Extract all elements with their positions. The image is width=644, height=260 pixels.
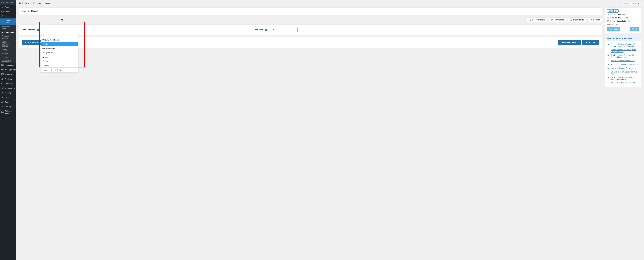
button-label: Documentation (532, 19, 545, 21)
feature-link[interactable]: Fix WooCommerce's (Json-Ld) Structured D… (611, 76, 639, 80)
merchant-search-input[interactable] (42, 33, 77, 37)
pages-icon (1, 15, 4, 17)
help-icon[interactable]: ? (37, 28, 39, 31)
purge-cache-button[interactable]: Purge Cache (607, 27, 620, 31)
preview-feed-button[interactable]: PREVIEW FEED (558, 40, 581, 45)
feature-link[interactable]: Exclude Tax From Structured Data Prices (611, 71, 639, 75)
sidebar-item-pages[interactable]: Pages (0, 14, 16, 18)
svg-rect-1 (2, 11, 4, 12)
svg-rect-7 (2, 69, 4, 70)
submenu-google-merchant[interactable]: Google Merchant Settings (0, 40, 16, 48)
sidebar-item-media[interactable]: Media (0, 9, 16, 14)
check-icon (607, 60, 609, 62)
merchant-option-google-review[interactable]: Google Review (41, 50, 78, 55)
visibility-value: Public (618, 17, 623, 19)
sidebar-item-marketing[interactable]: Marketing (0, 81, 16, 86)
dropdown-group-others: Others Cercavino Trovino Uvinum / Drinsk… (41, 55, 78, 72)
sidebar-item-plugins[interactable]: Plugins (0, 90, 16, 95)
select-value: XML (270, 29, 274, 31)
svg-point-2 (2, 11, 2, 12)
sidebar-item-product-feed[interactable]: Product Feed (0, 18, 16, 25)
archive-icon (1, 73, 4, 76)
filter-icon (570, 19, 572, 21)
feed-type-select[interactable]: XML (269, 27, 298, 32)
feed-title-input[interactable] (19, 8, 602, 15)
feature-item: Access to Combined Fields feature (607, 63, 639, 66)
dropdown-group-popular: Popular Merchants Vivino (41, 38, 78, 46)
button-label: Product Filter (573, 19, 584, 21)
check-icon (607, 54, 609, 58)
submenu-category-mapping[interactable]: Category Mapping (0, 34, 16, 40)
publish-label: Publish (610, 20, 616, 22)
sidebar-item-products[interactable]: Products (0, 72, 16, 77)
main-content: Add New Product Feed Screen Options ▼ Do… (16, 0, 644, 95)
sidebar-item-users[interactable]: Users (0, 95, 16, 95)
check-icon (607, 49, 609, 53)
top-action-buttons: Documentation Troubleshoot Product Filte… (19, 17, 602, 22)
edit-publish-link[interactable]: Edit (628, 20, 632, 22)
sidebar-label: WooCommerce (5, 69, 16, 71)
feature-item: Fix WooCommerce's (Json-Ld) Structured D… (607, 76, 639, 81)
sidebar-item-comments[interactable]: Comments (0, 63, 16, 67)
publish-button[interactable]: PUBLISH (582, 40, 599, 45)
troubleshoot-button[interactable]: Troubleshoot (548, 17, 566, 22)
help-icon[interactable]: ? (265, 28, 267, 31)
chevron-down-icon (477, 29, 479, 30)
submenu-get-started[interactable]: Get Started (0, 59, 16, 63)
submenu-support[interactable]: Support (0, 52, 16, 55)
svg-point-22 (608, 18, 608, 18)
status-label: Status: (610, 14, 616, 16)
merchant-option-trovino[interactable]: Trovino (41, 63, 78, 68)
cart-icon (1, 20, 4, 23)
feature-link[interactable]: Detailed Product Attributes (Size, Gende… (611, 54, 639, 58)
feature-link[interactable]: Access to Product Rule feature (611, 60, 634, 62)
feature-link[interactable]: Unique Product Identifiers (Brand, GTIN,… (611, 49, 639, 53)
sidebar-label: Plugins (5, 92, 11, 94)
premium-title: Premium Version Features (605, 36, 641, 41)
sidebar-item-appearance[interactable]: Appearance (0, 86, 16, 90)
comment-icon (1, 64, 4, 66)
feature-link[interactable]: Access to Dynamic Pricing feature (611, 67, 637, 69)
save-draft-button[interactable]: Save Draft (607, 9, 618, 12)
submenu-add-new[interactable]: Add New Feed (0, 30, 16, 34)
status-line: Status: Draft Edit (607, 14, 639, 16)
edit-status-link[interactable]: Edit (622, 14, 625, 16)
product-filter-button[interactable]: Product Filter (568, 17, 586, 22)
merchant-option-uvinum[interactable]: Uvinum / DrinsksAndCo (41, 68, 78, 72)
sidebar-item-analytics[interactable]: Analytics (0, 77, 16, 81)
svg-point-20 (591, 19, 592, 20)
publish-side-button[interactable]: Publish (630, 27, 639, 31)
sidebar-label: Marketing (5, 83, 13, 85)
feature-link[interactable]: Access to an elite support team. (611, 82, 635, 84)
dropdown-group-pro: Pro Merchants Google Review (41, 46, 78, 55)
edit-visibility-link[interactable]: Edit (624, 17, 628, 19)
merchant-dropdown: Popular Merchants Vivino Pro Merchants G… (41, 32, 78, 73)
merchant-select[interactable] (41, 28, 78, 31)
sidebar-label: Pages (5, 15, 10, 17)
submenu-all-feeds[interactable]: All Product Feeds (0, 25, 16, 30)
feature-link[interactable]: Access to Combined Fields feature (611, 63, 638, 66)
sidebar-label: Products (5, 73, 12, 75)
media-icon (1, 10, 4, 13)
submenu-license[interactable]: License (0, 55, 16, 59)
settings-button[interactable]: Settings (588, 17, 602, 22)
publish-box: Save Draft Status: Draft Edit Visibility… (605, 7, 641, 33)
feature-link[interactable]: Generate Unlimited Products (Free versio… (611, 43, 639, 47)
visibility-line: Visibility: Public Edit (607, 17, 639, 19)
button-label: Troubleshoot (554, 19, 564, 21)
svg-point-6 (3, 22, 3, 23)
merchant-option-cercavino[interactable]: Cercavino (41, 59, 78, 63)
dashboard-icon (1, 1, 4, 3)
publish-value: immediately (617, 20, 627, 22)
svg-rect-12 (3, 78, 3, 80)
sidebar-item-woocommerce[interactable]: WooCommerce (0, 67, 16, 72)
document-icon (529, 19, 531, 21)
documentation-button[interactable]: Documentation (527, 17, 547, 22)
merchant-option-vivino[interactable]: Vivino (41, 42, 78, 46)
sidebar-item-dashboard[interactable]: Dashboard (0, 0, 16, 4)
sidebar-item-posts[interactable]: Posts (0, 4, 16, 9)
screen-options-button[interactable]: Screen Options ▼ (623, 1, 641, 5)
move-to-trash-link[interactable]: Move to Trash (607, 23, 618, 25)
visibility-label: Visibility: (610, 17, 617, 19)
submenu-settings[interactable]: Settings (0, 48, 16, 52)
